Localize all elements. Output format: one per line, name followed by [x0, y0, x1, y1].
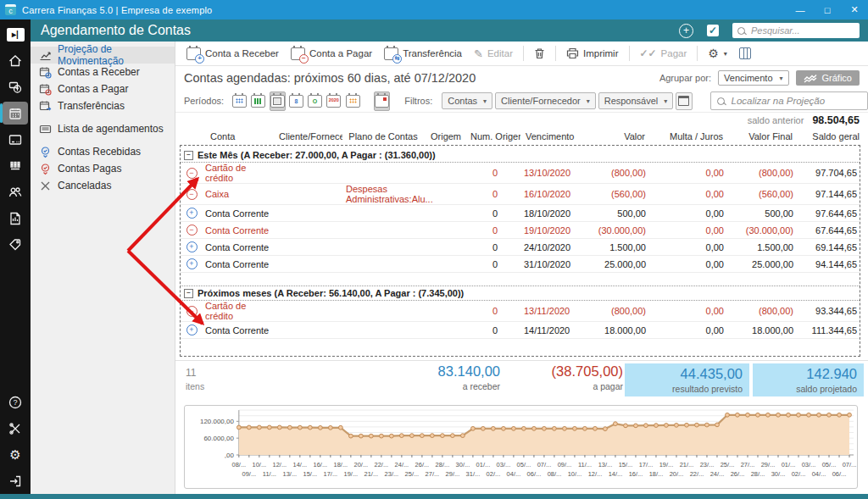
- col-saldo-geral[interactable]: Saldo geral: [795, 131, 862, 141]
- col-plano-de-contas[interactable]: Plano de Contas: [342, 131, 424, 141]
- table-row[interactable]: −Cartão de crédito013/11/2020(800,00)0,0…: [181, 301, 860, 322]
- period-weekly-button[interactable]: [250, 91, 266, 111]
- nav-transferencias[interactable]: Transferências: [31, 97, 175, 114]
- col-conta[interactable]: Conta: [202, 131, 276, 141]
- table-row[interactable]: +Conta Corrente018/10/2020500,000,00500,…: [181, 205, 860, 222]
- contacts-icon[interactable]: [3, 180, 28, 203]
- cell-saldo: 97.644,65: [796, 208, 860, 219]
- table-body: −Este Mês (A Receber: 27.000,00, A Pagar…: [180, 145, 860, 357]
- svg-text:04/...: 04/...: [507, 470, 521, 478]
- group-header[interactable]: −Próximos meses (A Receber: 56.140,00, A…: [181, 286, 860, 301]
- filter-cliente-fornecedor-select[interactable]: Cliente/Fornecedor▾: [495, 92, 596, 109]
- col-valor-final[interactable]: Valor Final: [726, 131, 795, 141]
- projection-search-input[interactable]: [730, 95, 862, 107]
- delete-button[interactable]: [530, 45, 549, 62]
- maximize-button[interactable]: □: [814, 0, 841, 19]
- period-year-button[interactable]: 2020: [326, 91, 342, 111]
- pencil-icon: ✎: [474, 47, 483, 60]
- svg-text:05/...: 05/...: [517, 461, 531, 469]
- col-num-origem[interactable]: Num. Origem: [468, 131, 520, 141]
- cell-final: 18.000,00: [726, 325, 796, 335]
- pagar-button[interactable]: ✓✓ Pagar: [636, 45, 692, 62]
- group-by-select[interactable]: Vencimento▾: [718, 70, 789, 86]
- conta-a-pagar-button[interactable]: − Conta a Pagar: [287, 45, 376, 63]
- module-header: Agendamento de Contas + ✓: [31, 19, 868, 42]
- filter-responsavel-select[interactable]: Responsável▾: [598, 92, 674, 109]
- columns-button[interactable]: [735, 45, 755, 62]
- table-row[interactable]: +Conta Corrente024/10/20201.500,000,001.…: [181, 239, 860, 256]
- main-content: + Conta a Receber − Conta a Pagar ⇆ Tran…: [175, 42, 868, 494]
- cell-num: 0: [469, 306, 521, 316]
- period-open-button[interactable]: O: [307, 91, 323, 111]
- cell-plano: Despesas Administrativas:Alu...: [343, 184, 425, 204]
- filter-card-button[interactable]: [676, 92, 692, 110]
- period-chart-button[interactable]: [344, 91, 360, 111]
- svg-text:07/...: 07/...: [843, 461, 857, 469]
- cell-conta: Conta Corrente: [203, 225, 277, 236]
- tasks-checkbox-icon[interactable]: ✓: [707, 25, 719, 36]
- nav-contas-recebidas[interactable]: Contas Recebidas: [31, 143, 175, 160]
- cell-conta: Conta Corrente: [203, 242, 277, 252]
- cell-conta: Cartão de crédito: [203, 301, 277, 321]
- collapse-icon[interactable]: −: [184, 289, 193, 298]
- transferencia-button[interactable]: ⇆ Transferência: [380, 45, 466, 63]
- col-vencimento[interactable]: Vencimento △: [520, 131, 581, 141]
- svg-text:01/...: 01/...: [782, 461, 796, 469]
- tags-icon[interactable]: [3, 233, 28, 256]
- app-logo-icon: c: [5, 4, 16, 15]
- help-icon[interactable]: ?: [3, 391, 28, 413]
- nav-contas-a-pagar[interactable]: Contas a Pagar: [31, 80, 175, 97]
- imprimir-button[interactable]: Imprimir: [562, 45, 623, 62]
- home-icon[interactable]: [3, 49, 28, 72]
- cell-multa: 0,00: [648, 225, 726, 236]
- pagar-minus-icon: −: [186, 189, 198, 200]
- table-row[interactable]: +Conta Corrente014/11/202018.000,000,001…: [181, 322, 860, 339]
- collapse-icon[interactable]: −: [184, 151, 193, 160]
- options-button[interactable]: ⚙ ▾: [704, 44, 732, 63]
- period-due-day-button[interactable]: [374, 91, 390, 111]
- svg-text:29/...: 29/...: [761, 461, 776, 469]
- svg-text:01/...: 01/...: [476, 461, 491, 469]
- close-button[interactable]: ✕: [841, 0, 868, 19]
- grafico-button[interactable]: Gráfico: [796, 70, 860, 86]
- filter-contas-select[interactable]: Contas▾: [442, 92, 492, 109]
- cell-num: 0: [469, 325, 521, 335]
- col-valor[interactable]: Valor: [581, 131, 648, 141]
- table-row[interactable]: −CaixaDespesas Administrativas:Alu...016…: [181, 184, 860, 205]
- keypad-icon[interactable]: [3, 154, 28, 177]
- nav-contas-pagas[interactable]: Contas Pagas: [31, 160, 175, 177]
- editar-button[interactable]: ✎ Editar: [470, 45, 517, 63]
- table-row[interactable]: −Conta Corrente019/10/2020(30.000,00)0,0…: [181, 222, 860, 239]
- finances-icon[interactable]: [3, 75, 28, 98]
- tools-icon[interactable]: [3, 417, 28, 440]
- svg-text:25/...: 25/...: [721, 461, 735, 469]
- svg-text:22/...: 22/...: [690, 470, 704, 478]
- minimize-button[interactable]: —: [787, 0, 814, 19]
- cell-final: (30.000,00): [726, 225, 796, 236]
- panel-icon[interactable]: [3, 128, 28, 151]
- exit-icon[interactable]: [3, 469, 28, 492]
- scheduling-icon[interactable]: [3, 102, 28, 125]
- nav-projecao-movimentacao[interactable]: Projeção de Movimentação: [31, 47, 175, 64]
- table-row[interactable]: −Cartão de crédito013/10/2020(800,00)0,0…: [181, 163, 860, 184]
- menu-toggle-icon[interactable]: ▸|: [3, 23, 28, 46]
- global-search-input[interactable]: [749, 25, 854, 36]
- summary-a-pagar: (38.705,00)a pagar: [552, 363, 623, 396]
- period-daily-button[interactable]: [231, 91, 248, 111]
- period-8days-button[interactable]: 8: [288, 91, 304, 111]
- table-row[interactable]: +Conta Corrente031/10/202025.000,000,002…: [181, 256, 860, 273]
- nav-canceladas[interactable]: Canceladas: [31, 177, 175, 194]
- svg-text:24/...: 24/...: [710, 470, 725, 478]
- add-icon[interactable]: +: [679, 24, 693, 38]
- group-header[interactable]: −Este Mês (A Receber: 27.000,00, A Pagar…: [181, 148, 860, 163]
- col-origem[interactable]: Origem: [424, 131, 468, 141]
- reports-icon[interactable]: [3, 207, 28, 230]
- conta-a-receber-button[interactable]: + Conta a Receber: [182, 45, 283, 63]
- col-cliente-fornecedor[interactable]: Cliente/Fornecedor: [276, 131, 342, 141]
- period-monthly-button[interactable]: [270, 91, 286, 111]
- settings-icon[interactable]: ⚙: [3, 443, 28, 466]
- col-multa-juros[interactable]: Multa / Juros: [648, 131, 726, 141]
- received-check-icon: [39, 146, 52, 158]
- nav-lista-agendamentos[interactable]: Lista de agendamentos: [31, 120, 175, 137]
- chart-icon: [39, 49, 52, 62]
